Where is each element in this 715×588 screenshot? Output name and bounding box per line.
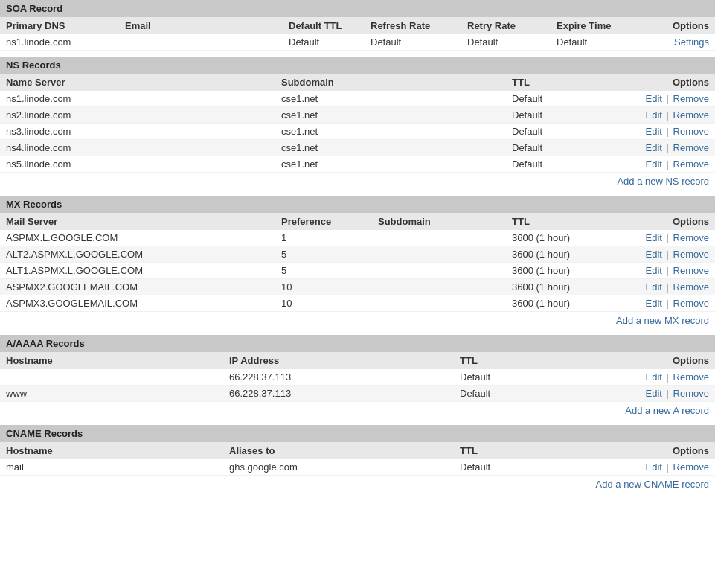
cname-hostname: mail [6, 461, 229, 473]
a-section-header: A/AAAA Records [0, 335, 715, 352]
cname-add-link-row: Add a new CNAME record [0, 476, 715, 493]
cname-remove-link[interactable]: Remove [673, 461, 709, 473]
mx-preference: 10 [281, 281, 378, 293]
soa-header-expire-time: Expire Time [557, 20, 653, 31]
mx-options: Edit | Remove [616, 249, 709, 260]
mx-preference: 5 [281, 249, 378, 260]
ns-remove-link[interactable]: Remove [673, 159, 709, 170]
a-add-link[interactable]: Add a new A record [625, 405, 709, 416]
a-edit-link[interactable]: Edit [646, 371, 662, 383]
cname-header-ttl: TTL [460, 445, 564, 456]
ns-header-name-server: Name Server [6, 77, 281, 88]
a-ttl: Default [460, 388, 564, 399]
a-ip-address: 66.228.37.113 [229, 388, 460, 399]
soa-header-options: Options [653, 20, 709, 31]
ns-ttl: Default [512, 126, 616, 137]
mx-ttl: 3600 (1 hour) [512, 249, 616, 260]
ns-edit-link[interactable]: Edit [646, 159, 662, 170]
ns-row: ns4.linode.com cse1.net Default Edit | R… [0, 140, 715, 156]
ns-remove-link[interactable]: Remove [673, 93, 709, 104]
ns-section-header: NS Records [0, 57, 715, 74]
ns-name-server: ns3.linode.com [6, 126, 281, 137]
soa-data-row: ns1.linode.com Default Default Default D… [0, 34, 715, 51]
ns-edit-link[interactable]: Edit [646, 93, 662, 104]
ns-options: Edit | Remove [616, 142, 709, 153]
cname-aliases-to: ghs.google.com [229, 461, 460, 473]
cname-header-hostname: Hostname [6, 445, 229, 456]
mx-mail-server: ALT1.ASPMX.L.GOOGLE.COM [6, 265, 281, 276]
ns-row: ns3.linode.com cse1.net Default Edit | R… [0, 124, 715, 140]
mx-header-options: Options [616, 216, 709, 227]
soa-header-refresh-rate: Refresh Rate [371, 20, 467, 31]
cname-edit-link[interactable]: Edit [646, 461, 662, 473]
ns-ttl: Default [512, 159, 616, 170]
ns-remove-link[interactable]: Remove [673, 126, 709, 137]
ns-row: ns1.linode.com cse1.net Default Edit | R… [0, 91, 715, 107]
ns-header-subdomain: Subdomain [281, 77, 512, 88]
mx-edit-link[interactable]: Edit [646, 232, 662, 243]
mx-remove-link[interactable]: Remove [673, 281, 709, 293]
ns-subdomain: cse1.net [281, 159, 512, 170]
ns-edit-link[interactable]: Edit [646, 126, 662, 137]
mx-row: ALT2.ASPMX.L.GOOGLE.COM 5 3600 (1 hour) … [0, 246, 715, 263]
mx-subdomain [378, 265, 512, 276]
cname-section-header: CNAME Records [0, 425, 715, 442]
mx-edit-link[interactable]: Edit [646, 298, 662, 309]
a-rows-container: 66.228.37.113 Default Edit | Remove www … [0, 369, 715, 402]
mx-ttl: 3600 (1 hour) [512, 281, 616, 293]
ns-header-row: Name Server Subdomain TTL Options [0, 74, 715, 91]
mx-add-link[interactable]: Add a new MX record [616, 315, 709, 326]
ns-subdomain: cse1.net [281, 93, 512, 104]
mx-preference: 1 [281, 232, 378, 243]
mx-remove-link[interactable]: Remove [673, 265, 709, 276]
ns-name-server: ns2.linode.com [6, 109, 281, 121]
ns-remove-link[interactable]: Remove [673, 142, 709, 153]
mx-options: Edit | Remove [616, 265, 709, 276]
soa-refresh-rate: Default [371, 36, 467, 48]
soa-default-ttl: Default [289, 36, 371, 48]
ns-edit-link[interactable]: Edit [646, 142, 662, 153]
a-remove-link[interactable]: Remove [673, 371, 709, 383]
mx-edit-link[interactable]: Edit [646, 281, 662, 293]
mx-options: Edit | Remove [616, 298, 709, 309]
mx-remove-link[interactable]: Remove [673, 298, 709, 309]
a-edit-link[interactable]: Edit [646, 388, 662, 399]
mx-row: ASPMX.L.GOOGLE.COM 1 3600 (1 hour) Edit … [0, 230, 715, 246]
a-header-hostname: Hostname [6, 355, 229, 366]
soa-settings-link[interactable]: Settings [653, 36, 709, 48]
ns-ttl: Default [512, 142, 616, 153]
mx-header-mail-server: Mail Server [6, 216, 281, 227]
mx-row: ASPMX2.GOOGLEMAIL.COM 10 3600 (1 hour) E… [0, 279, 715, 295]
ns-subdomain: cse1.net [281, 126, 512, 137]
mx-remove-link[interactable]: Remove [673, 232, 709, 243]
ns-add-link[interactable]: Add a new NS record [617, 176, 709, 187]
a-ip-address: 66.228.37.113 [229, 371, 460, 383]
mx-remove-link[interactable]: Remove [673, 249, 709, 260]
mx-ttl: 3600 (1 hour) [512, 232, 616, 243]
cname-add-link[interactable]: Add a new CNAME record [596, 479, 709, 490]
mx-section-header: MX Records [0, 196, 715, 213]
soa-section-header: SOA Record [0, 0, 715, 17]
mx-edit-link[interactable]: Edit [646, 265, 662, 276]
cname-section: CNAME Records Hostname Aliases to TTL Op… [0, 425, 715, 493]
a-hostname [6, 371, 229, 383]
ns-name-server: ns5.linode.com [6, 159, 281, 170]
mx-preference: 10 [281, 298, 378, 309]
a-ttl: Default [460, 371, 564, 383]
a-header-row: Hostname IP Address TTL Options [0, 352, 715, 369]
cname-header-row: Hostname Aliases to TTL Options [0, 442, 715, 459]
cname-header-aliases-to: Aliases to [229, 445, 460, 456]
a-remove-link[interactable]: Remove [673, 388, 709, 399]
ns-remove-link[interactable]: Remove [673, 109, 709, 121]
ns-subdomain: cse1.net [281, 109, 512, 121]
mx-section: MX Records Mail Server Preference Subdom… [0, 196, 715, 329]
mx-preference: 5 [281, 265, 378, 276]
ns-header-options: Options [616, 77, 709, 88]
soa-section: SOA Record Primary DNS Email Default TTL… [0, 0, 715, 51]
a-header-ip-address: IP Address [229, 355, 460, 366]
ns-edit-link[interactable]: Edit [646, 109, 662, 121]
mx-subdomain [378, 249, 512, 260]
ns-add-link-row: Add a new NS record [0, 173, 715, 190]
ns-row: ns2.linode.com cse1.net Default Edit | R… [0, 107, 715, 124]
mx-edit-link[interactable]: Edit [646, 249, 662, 260]
